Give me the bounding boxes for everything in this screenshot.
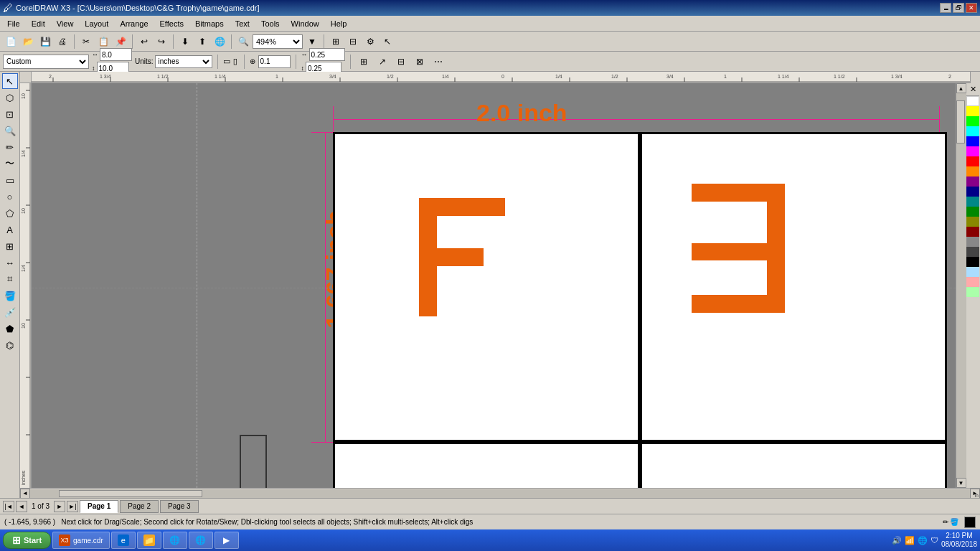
redo-button[interactable]: ↪ xyxy=(154,34,169,50)
menu-layout[interactable]: Layout xyxy=(79,18,114,29)
zoom-down-icon[interactable]: ▼ xyxy=(304,34,320,50)
options-button[interactable]: ⚙ xyxy=(362,34,378,50)
palette-color-yellow[interactable] xyxy=(966,106,979,116)
nudge-input[interactable] xyxy=(258,55,291,68)
palette-color-black[interactable] xyxy=(966,257,979,267)
rectangle-tool-button[interactable]: ▭ xyxy=(2,172,18,188)
outline-tool-button[interactable]: ⬟ xyxy=(2,321,18,336)
page-next-button[interactable]: ► xyxy=(54,501,65,512)
palette-color-lightgreen[interactable] xyxy=(966,287,979,297)
menu-bitmaps[interactable]: Bitmaps xyxy=(189,18,230,29)
copy-button[interactable]: 📋 xyxy=(95,34,111,50)
x-input[interactable] xyxy=(309,48,345,61)
select-tool-button[interactable]: ↖ xyxy=(2,73,18,89)
distribute-button[interactable]: ⊠ xyxy=(412,54,428,70)
palette-color-lime[interactable] xyxy=(966,116,979,126)
menu-text[interactable]: Text xyxy=(230,18,255,29)
scroll-up-button[interactable]: ▲ xyxy=(956,83,966,93)
page-prev-button[interactable]: ◄ xyxy=(16,501,27,512)
palette-color-gray[interactable] xyxy=(966,237,979,247)
undo-button[interactable]: ↩ xyxy=(136,34,152,50)
snap-button[interactable]: ↗ xyxy=(374,54,390,70)
page-width-input[interactable] xyxy=(100,48,132,61)
save-button[interactable]: 💾 xyxy=(37,34,53,50)
palette-color-purple[interactable] xyxy=(966,176,979,187)
menu-help[interactable]: Help xyxy=(325,18,353,29)
page-size-select[interactable]: Custom xyxy=(3,55,89,69)
page-first-button[interactable]: |◄ xyxy=(3,501,14,512)
palette-color-teal[interactable] xyxy=(966,197,979,207)
menu-arrange[interactable]: Arrange xyxy=(114,18,154,29)
fill-tool-button[interactable]: 🪣 xyxy=(2,288,18,303)
import-button[interactable]: ⬇ xyxy=(177,34,193,50)
polygon-tool-button[interactable]: ⬠ xyxy=(2,205,18,221)
hscroll-left-button[interactable]: ◄ xyxy=(20,489,30,499)
window-maximize-button[interactable]: 🗗 xyxy=(953,3,964,13)
palette-color-cyan[interactable] xyxy=(966,126,979,136)
export-button[interactable]: ⬆ xyxy=(194,34,210,50)
palette-color-olive[interactable] xyxy=(966,217,979,227)
align-button[interactable]: ⊟ xyxy=(393,54,409,70)
palette-color-green[interactable] xyxy=(966,207,979,217)
palette-color-maroon[interactable] xyxy=(966,227,979,237)
print-button[interactable]: 🖨 xyxy=(55,34,70,50)
page-last-button[interactable]: ►| xyxy=(67,501,78,512)
more-button[interactable]: ⋯ xyxy=(430,54,446,70)
text-tool-button[interactable]: A xyxy=(2,222,18,237)
palette-color-darkgray[interactable] xyxy=(966,247,979,257)
connector-tool-button[interactable]: ⌗ xyxy=(2,271,18,287)
open-button[interactable]: 📂 xyxy=(20,34,36,50)
units-select[interactable]: inches xyxy=(155,55,212,68)
start-button[interactable]: ⊞ Start xyxy=(3,532,51,549)
freehand-tool-button[interactable]: ✏ xyxy=(2,139,18,155)
snap-to-button[interactable]: ⊞ xyxy=(328,34,344,50)
zoom-select[interactable]: 494% xyxy=(253,34,303,49)
scroll-thumb[interactable] xyxy=(956,100,965,143)
zoom-tool-button[interactable]: 🔍 xyxy=(2,123,18,138)
eyedropper-tool-button[interactable]: 💉 xyxy=(2,304,18,320)
palette-color-white[interactable] xyxy=(966,96,979,106)
dimension-tool-button[interactable]: ↔ xyxy=(2,255,18,270)
shape-tool-button[interactable]: ⬡ xyxy=(2,90,18,105)
palette-color-lightblue[interactable] xyxy=(966,267,979,277)
taskbar-network[interactable]: 🌐 xyxy=(189,532,213,549)
page-tab-1[interactable]: Page 1 xyxy=(80,500,118,513)
grid-show-button[interactable]: ⊞ xyxy=(356,54,372,70)
menu-file[interactable]: File xyxy=(1,18,26,29)
page-tab-3[interactable]: Page 3 xyxy=(160,500,199,513)
table-tool-button[interactable]: ⊞ xyxy=(2,238,18,254)
blend-tool-button[interactable]: ⌬ xyxy=(2,337,18,353)
menu-effects[interactable]: Effects xyxy=(154,18,189,29)
menu-view[interactable]: View xyxy=(51,18,80,29)
page-tab-2[interactable]: Page 2 xyxy=(120,500,159,513)
menu-edit[interactable]: Edit xyxy=(26,18,51,29)
palette-x-button[interactable]: ✕ xyxy=(966,83,979,96)
taskbar-explorer[interactable]: 📁 xyxy=(137,532,161,549)
smart-draw-button[interactable]: 〜 xyxy=(2,156,18,171)
zoom-in-button[interactable]: 🔍 xyxy=(235,34,251,50)
crop-tool-button[interactable]: ⊡ xyxy=(2,106,18,122)
menu-tools[interactable]: Tools xyxy=(255,18,286,29)
palette-color-orange[interactable] xyxy=(966,166,979,176)
publish-button[interactable]: 🌐 xyxy=(212,34,227,50)
taskbar-media[interactable]: ▶ xyxy=(215,532,239,549)
palette-color-magenta[interactable] xyxy=(966,146,979,156)
taskbar-chrome[interactable]: 🌐 xyxy=(163,532,187,549)
paste-button[interactable]: 📌 xyxy=(113,34,128,50)
grid-button[interactable]: ⊟ xyxy=(345,34,361,50)
window-restore-button[interactable]: 🗕 xyxy=(940,3,951,13)
palette-color-peach[interactable] xyxy=(966,277,979,287)
new-button[interactable]: 📄 xyxy=(3,34,19,50)
taskbar-coreldraw[interactable]: X3 game.cdr xyxy=(52,532,110,549)
pointer-button[interactable]: ↖ xyxy=(380,34,395,50)
cut-button[interactable]: ✂ xyxy=(78,34,94,50)
window-close-button[interactable]: ✕ xyxy=(966,3,977,13)
scroll-down-button[interactable]: ▼ xyxy=(956,478,966,488)
menu-window[interactable]: Window xyxy=(286,18,325,29)
palette-color-blue[interactable] xyxy=(966,136,979,146)
palette-color-navy[interactable] xyxy=(966,187,979,197)
canvas-area[interactable]: 2.0 inch 1.667 inch xyxy=(32,83,956,488)
taskbar-ie[interactable]: e xyxy=(111,532,136,549)
hscroll-thumb[interactable] xyxy=(59,490,202,497)
palette-color-red[interactable] xyxy=(966,156,979,166)
